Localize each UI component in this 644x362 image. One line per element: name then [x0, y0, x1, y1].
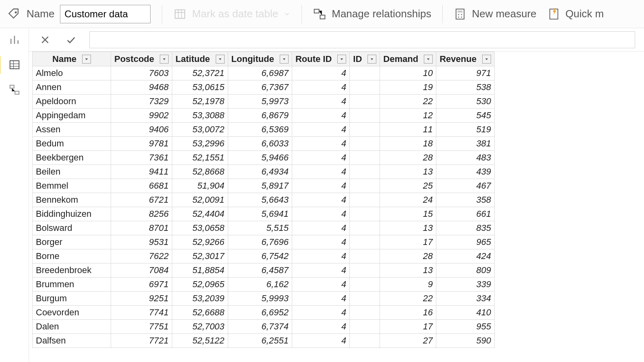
cell-long[interactable]: 6,7542 [228, 249, 292, 263]
cell-route[interactable]: 4 [292, 109, 349, 123]
cell-lat[interactable]: 53,0658 [172, 221, 228, 235]
cell-id[interactable] [350, 80, 380, 95]
cell-revenue[interactable]: 835 [436, 221, 495, 235]
cell-route[interactable]: 4 [292, 66, 349, 80]
cell-long[interactable]: 6,7696 [228, 235, 292, 249]
cell-route[interactable]: 4 [292, 263, 349, 278]
cell-revenue[interactable]: 519 [436, 123, 495, 137]
cell-demand[interactable]: 27 [380, 334, 436, 348]
cell-route[interactable]: 4 [292, 80, 349, 95]
model-view-button[interactable] [8, 84, 21, 97]
cell-lat[interactable]: 52,4404 [172, 207, 228, 221]
cell-id[interactable] [350, 306, 380, 320]
data-view-button[interactable] [8, 59, 21, 72]
cell-route[interactable]: 4 [292, 193, 349, 207]
cell-long[interactable]: 6,5369 [228, 123, 292, 137]
cell-lat[interactable]: 52,0091 [172, 193, 228, 207]
table-row[interactable]: Beilen941152,86686,4934413439 [33, 165, 495, 179]
cell-name[interactable]: Beekbergen [33, 151, 111, 165]
cell-lat[interactable]: 52,1551 [172, 151, 228, 165]
cell-long[interactable]: 6,7367 [228, 80, 292, 95]
cell-route[interactable]: 4 [292, 278, 349, 292]
cell-revenue[interactable]: 809 [436, 263, 495, 278]
cancel-formula-button[interactable] [38, 33, 52, 47]
table-row[interactable]: Appingedam990253,30886,8679412545 [33, 109, 495, 123]
cell-lat[interactable]: 52,5122 [172, 334, 228, 348]
cell-demand[interactable]: 10 [380, 66, 436, 80]
cell-name[interactable]: Borger [33, 235, 111, 249]
cell-postcode[interactable]: 7751 [111, 320, 172, 334]
cell-name[interactable]: Bennekom [33, 193, 111, 207]
table-row[interactable]: Biddinghuizen825652,44045,6941415661 [33, 207, 495, 221]
cell-id[interactable] [350, 95, 380, 109]
cell-postcode[interactable]: 7622 [111, 249, 172, 263]
cell-postcode[interactable]: 9411 [111, 165, 172, 179]
cell-id[interactable] [350, 207, 380, 221]
cell-id[interactable] [350, 221, 380, 235]
filter-dropdown-icon[interactable] [482, 55, 491, 64]
cell-postcode[interactable]: 8256 [111, 207, 172, 221]
cell-revenue[interactable]: 410 [436, 306, 495, 320]
cell-id[interactable] [350, 165, 380, 179]
cell-name[interactable]: Burgum [33, 292, 111, 306]
table-row[interactable]: Coevorden774152,66886,6952416410 [33, 306, 495, 320]
cell-id[interactable] [350, 320, 380, 334]
quick-measure-button[interactable]: Quick m [548, 8, 604, 20]
table-row[interactable]: Bedum978153,29966,6033418381 [33, 137, 495, 151]
cell-route[interactable]: 4 [292, 151, 349, 165]
cell-name[interactable]: Breedenbroek [33, 263, 111, 278]
cell-postcode[interactable]: 6681 [111, 179, 172, 193]
cell-postcode[interactable]: 8701 [111, 221, 172, 235]
filter-dropdown-icon[interactable] [82, 55, 91, 64]
cell-long[interactable]: 6,8679 [228, 109, 292, 123]
cell-demand[interactable]: 9 [380, 278, 436, 292]
cell-long[interactable]: 5,9993 [228, 292, 292, 306]
cell-long[interactable]: 5,9466 [228, 151, 292, 165]
cell-route[interactable]: 4 [292, 137, 349, 151]
cell-long[interactable]: 6,162 [228, 278, 292, 292]
cell-name[interactable]: Appingedam [33, 109, 111, 123]
cell-revenue[interactable]: 538 [436, 80, 495, 95]
filter-dropdown-icon[interactable] [160, 55, 169, 64]
table-row[interactable]: Apeldoorn732952,19785,9973422530 [33, 95, 495, 109]
cell-route[interactable]: 4 [292, 334, 349, 348]
cell-name[interactable]: Biddinghuizen [33, 207, 111, 221]
cell-id[interactable] [350, 263, 380, 278]
cell-postcode[interactable]: 9251 [111, 292, 172, 306]
cell-lat[interactable]: 53,2996 [172, 137, 228, 151]
cell-id[interactable] [350, 278, 380, 292]
cell-lat[interactable]: 52,3017 [172, 249, 228, 263]
cell-id[interactable] [350, 249, 380, 263]
report-view-button[interactable] [8, 34, 21, 47]
cell-revenue[interactable]: 965 [436, 235, 495, 249]
cell-demand[interactable]: 16 [380, 306, 436, 320]
cell-long[interactable]: 6,6952 [228, 306, 292, 320]
cell-id[interactable] [350, 151, 380, 165]
cell-id[interactable] [350, 193, 380, 207]
cell-demand[interactable]: 12 [380, 109, 436, 123]
cell-id[interactable] [350, 179, 380, 193]
cell-name[interactable]: Coevorden [33, 306, 111, 320]
cell-revenue[interactable]: 530 [436, 95, 495, 109]
cell-postcode[interactable]: 7329 [111, 95, 172, 109]
table-row[interactable]: Borne762252,30176,7542428424 [33, 249, 495, 263]
cell-postcode[interactable]: 6721 [111, 193, 172, 207]
cell-postcode[interactable]: 6971 [111, 278, 172, 292]
cell-demand[interactable]: 28 [380, 151, 436, 165]
column-header-name[interactable]: Name [33, 52, 111, 66]
cell-route[interactable]: 4 [292, 249, 349, 263]
cell-id[interactable] [350, 334, 380, 348]
cell-route[interactable]: 4 [292, 221, 349, 235]
cell-demand[interactable]: 28 [380, 249, 436, 263]
new-measure-button[interactable]: New measure [454, 8, 536, 20]
cell-lat[interactable]: 53,0615 [172, 80, 228, 95]
cell-long[interactable]: 5,515 [228, 221, 292, 235]
cell-revenue[interactable]: 971 [436, 66, 495, 80]
cell-revenue[interactable]: 467 [436, 179, 495, 193]
cell-demand[interactable]: 22 [380, 95, 436, 109]
table-row[interactable]: Annen946853,06156,7367419538 [33, 80, 495, 95]
cell-name[interactable]: Dalfsen [33, 334, 111, 348]
table-row[interactable]: Dalfsen772152,51226,2551427590 [33, 334, 495, 348]
cell-name[interactable]: Assen [33, 123, 111, 137]
filter-dropdown-icon[interactable] [216, 55, 225, 64]
